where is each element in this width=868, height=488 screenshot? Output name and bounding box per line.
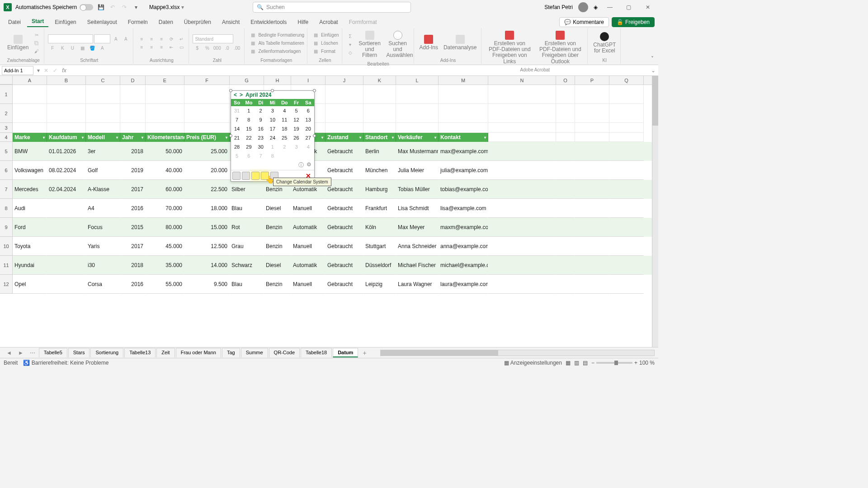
cell[interactable] (396, 85, 439, 104)
calendar-popup[interactable]: < > April 2024 SoMoDiMiDoFrSa 3112345678… (231, 90, 315, 182)
cell[interactable] (86, 104, 120, 123)
row-head[interactable]: 6 (0, 161, 13, 180)
cell[interactable] (47, 104, 86, 123)
close-button[interactable]: ✕ (641, 3, 655, 12)
table-cell[interactable]: Benzin (264, 218, 291, 237)
table-cell[interactable]: 2017 (120, 237, 146, 256)
cell[interactable] (609, 256, 644, 275)
calendar-day[interactable]: 28 (231, 142, 243, 151)
grow-font-icon[interactable]: A (111, 35, 120, 42)
cell[interactable] (556, 104, 575, 123)
resize-handle[interactable] (313, 134, 316, 137)
table-header[interactable]: Preis (EUR)▾ (184, 133, 230, 142)
table-cell[interactable]: Gebraucht (326, 180, 363, 199)
filter-icon[interactable]: ▾ (116, 136, 118, 140)
table-cell[interactable]: Diesel (264, 199, 291, 218)
cell[interactable] (556, 161, 575, 180)
cell[interactable] (488, 275, 556, 294)
table-cell[interactable]: Rot (230, 218, 264, 237)
table-cell[interactable]: 70.000 (146, 199, 184, 218)
select-all-corner[interactable] (0, 76, 13, 84)
zoom-in-button[interactable]: + (634, 360, 637, 366)
fill-icon[interactable]: ▾ (346, 41, 355, 48)
cell[interactable] (47, 85, 86, 104)
cell[interactable] (575, 218, 609, 237)
cell[interactable] (184, 123, 230, 133)
table-cell[interactable]: Leipzig (363, 275, 396, 294)
acrobat-item-1[interactable]: Erstellen von PDF-Dateien und Freigeben … (536, 30, 585, 66)
clear-icon[interactable]: ◇ (346, 49, 355, 56)
align-middle-icon[interactable]: ≡ (147, 35, 156, 42)
align-top-icon[interactable]: ≡ (137, 35, 146, 42)
table-cell[interactable]: Diesel (264, 256, 291, 275)
table-cell[interactable]: Automatik (291, 256, 326, 275)
table-cell[interactable]: 35.000 (146, 256, 184, 275)
calendar-tool-3[interactable] (251, 172, 259, 180)
cell[interactable] (575, 199, 609, 218)
table-cell[interactable]: 45.000 (146, 237, 184, 256)
table-cell[interactable]: Manuell (291, 237, 326, 256)
cell[interactable] (326, 104, 363, 123)
cell[interactable] (488, 237, 556, 256)
sort-filter-button[interactable]: Sortieren und Filtern (357, 30, 383, 60)
cell[interactable] (488, 180, 556, 199)
cell[interactable] (575, 161, 609, 180)
table-cell[interactable]: 40.000 (146, 161, 184, 180)
calendar-title[interactable]: April 2024 (245, 92, 311, 98)
cell[interactable] (146, 85, 184, 104)
calendar-day[interactable]: 3 (290, 142, 302, 151)
cell[interactable] (488, 85, 556, 104)
cell[interactable] (609, 142, 644, 161)
table-cell[interactable] (47, 237, 86, 256)
calendar-day[interactable]: 22 (243, 133, 255, 142)
table-cell[interactable] (47, 218, 86, 237)
column-head-D[interactable]: D (120, 76, 146, 84)
table-cell[interactable]: Gebraucht (326, 161, 363, 180)
sheet-nav-more[interactable]: ⋯ (27, 350, 38, 356)
calendar-day[interactable]: 7 (231, 115, 243, 124)
sheet-tab[interactable]: Summe (241, 348, 268, 357)
autosave-toggle[interactable]: Automatisches Speichern (15, 4, 93, 10)
autosum-icon[interactable]: Σ (346, 33, 355, 40)
table-cell[interactable]: i30 (86, 256, 120, 275)
calendar-day[interactable]: 5 (231, 151, 243, 160)
chatgpt-button[interactable]: ChatGPT for Excel (591, 31, 618, 55)
table-cell[interactable]: 20.000 (184, 161, 230, 180)
calendar-day[interactable]: 2 (255, 106, 267, 115)
calendar-day[interactable]: 14 (231, 124, 243, 133)
table-cell[interactable] (47, 199, 86, 218)
cell[interactable] (556, 256, 575, 275)
table-cell[interactable]: Lisa Schmidt (396, 199, 439, 218)
tab-seitenlayout[interactable]: Seitenlayout (83, 17, 122, 27)
tab-formeln[interactable]: Formeln (123, 17, 152, 27)
table-cell[interactable]: Blau (230, 275, 264, 294)
table-cell[interactable]: Laura Wagner (396, 275, 439, 294)
cell[interactable] (120, 104, 146, 123)
calendar-day[interactable]: 6 (302, 106, 314, 115)
cell[interactable] (396, 123, 439, 133)
sheet-tab[interactable]: Tag (222, 348, 240, 357)
accessibility-status[interactable]: ♿ Barrierefreiheit: Keine Probleme (23, 360, 108, 366)
document-name[interactable]: Mappe3.xlsx ▾ (149, 4, 184, 10)
cell[interactable] (575, 133, 609, 142)
resize-handle[interactable] (229, 89, 232, 92)
calendar-day[interactable]: 17 (267, 124, 278, 133)
calendar-day[interactable]: 30 (255, 142, 267, 151)
column-head-E[interactable]: E (146, 76, 184, 84)
cell[interactable] (120, 123, 146, 133)
calendar-day[interactable]: 18 (278, 124, 290, 133)
column-head-N[interactable]: N (488, 76, 556, 84)
row-head[interactable]: 7 (0, 180, 13, 199)
scrollbar-thumb[interactable] (652, 76, 658, 126)
search-input[interactable]: 🔍 Suchen (253, 2, 411, 13)
expand-formula-icon[interactable]: ⌄ (648, 67, 658, 74)
tab-acrobat[interactable]: Acrobat (315, 17, 342, 27)
table-cell[interactable]: Grau (230, 237, 264, 256)
cell[interactable] (575, 275, 609, 294)
data-analysis-button[interactable]: Datenanalyse (442, 34, 478, 52)
cell[interactable] (609, 180, 644, 199)
cancel-formula-icon[interactable]: ✕ (42, 67, 51, 74)
cell[interactable] (86, 123, 120, 133)
calendar-day[interactable]: 3 (267, 106, 278, 115)
table-cell[interactable]: A4 (86, 199, 120, 218)
